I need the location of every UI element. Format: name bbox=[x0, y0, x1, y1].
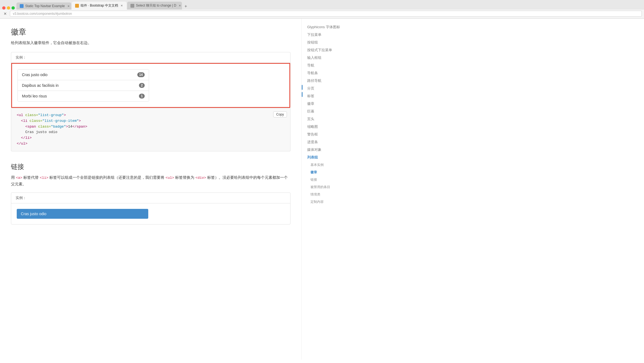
sidebar-link-navbar[interactable]: 导航条 bbox=[307, 70, 359, 76]
link-list-item[interactable]: Cras justo odio bbox=[17, 209, 148, 219]
code-a-tag: <a> bbox=[16, 176, 22, 180]
sidebar-sub-custom[interactable]: 定制内容 bbox=[307, 199, 359, 205]
tab-2[interactable]: 组件 · Bootstrap 中文文档 ✕ bbox=[72, 2, 127, 10]
sidebar-link-sub-context[interactable]: 情境类 bbox=[307, 192, 359, 197]
tab-favicon-1 bbox=[20, 4, 24, 8]
sidebar-link-label[interactable]: 标签 bbox=[307, 93, 359, 99]
sidebar-link-media[interactable]: 媒体对象 bbox=[307, 147, 359, 153]
list-item-text-2: Dapibus ac facilisis in bbox=[22, 83, 59, 88]
sidebar-item-navbar[interactable]: 导航条 bbox=[307, 70, 359, 76]
sidebar-item-nav[interactable]: 导航 bbox=[307, 62, 359, 68]
sidebar-item-listgroup[interactable]: 列表组 bbox=[307, 154, 359, 160]
example-preview: Cras justo odio 14 Dapibus ac facilisis … bbox=[11, 63, 290, 108]
sidebar-item-btngroup[interactable]: 按钮组 bbox=[307, 39, 359, 45]
tab-favicon-3 bbox=[130, 4, 134, 8]
tab-3[interactable]: Select 聊天组 to change | D ✕ bbox=[127, 2, 182, 10]
list-item-text-3: Morbi leo risus bbox=[22, 94, 47, 98]
sidebar-link-sub-badges[interactable]: 徽章 bbox=[307, 169, 359, 175]
example-box-links: 实例： Cras justo odio bbox=[11, 192, 290, 224]
example-label: 实例： bbox=[11, 52, 290, 63]
sidebar-link-thumbnail[interactable]: 缩略图 bbox=[307, 124, 359, 130]
sidebar-link-sub-custom[interactable]: 定制内容 bbox=[307, 199, 359, 205]
tab-close-3[interactable]: ✕ bbox=[178, 4, 182, 8]
close-button[interactable]: ✕ bbox=[2, 11, 8, 17]
main-content: 徽章 给列表组加入徽章组件，它会自动被放在右边。 实例： Cras justo … bbox=[0, 19, 301, 360]
traffic-light-close[interactable] bbox=[2, 6, 5, 10]
page-layout: 徽章 给列表组加入徽章组件，它会自动被放在右边。 实例： Cras justo … bbox=[0, 19, 644, 360]
sidebar-item-glyphicons[interactable]: Glyphicons 字体图标 bbox=[307, 24, 359, 30]
sidebar-link-pagination[interactable]: 分页 bbox=[307, 85, 359, 91]
code-li-tag: <li> bbox=[40, 176, 48, 180]
section-title-links: 链接 bbox=[11, 162, 290, 171]
sidebar-sub-links[interactable]: 链接 bbox=[307, 177, 359, 183]
sidebar-link-btndropdown[interactable]: 按钮式下拉菜单 bbox=[307, 47, 359, 53]
url-bar[interactable]: v3.bootcss.com/components/#jumbotron bbox=[10, 11, 642, 17]
sidebar-link-breadcrumb[interactable]: 路径导航 bbox=[307, 78, 359, 84]
sidebar-link-badge[interactable]: 徽章 bbox=[307, 101, 359, 107]
sidebar-link-basic[interactable]: 基本实例 bbox=[307, 162, 359, 168]
sidebar-link-sub-disabled[interactable]: 被禁用的条目 bbox=[307, 184, 359, 190]
sidebar-item-pagehead[interactable]: 页头 bbox=[307, 116, 359, 122]
tab-label-2: 组件 · Bootstrap 中文文档 bbox=[81, 3, 118, 8]
code-content: <ul class="list-group"> <li class="list-… bbox=[17, 113, 285, 147]
sidebar-link-sub-links[interactable]: 链接 bbox=[307, 177, 359, 183]
sidebar-item-dropdown[interactable]: 下拉菜单 bbox=[307, 32, 359, 38]
sidebar-item-thumbnail[interactable]: 缩略图 bbox=[307, 124, 359, 130]
sidebar-link-alert[interactable]: 警告框 bbox=[307, 131, 359, 137]
sidebar-item-jumbotron[interactable]: 巨幕 bbox=[307, 108, 359, 114]
sidebar-item-progress[interactable]: 进度条 bbox=[307, 139, 359, 145]
traffic-light-maximize[interactable] bbox=[12, 6, 15, 10]
sidebar-item-breadcrumb[interactable]: 路径导航 bbox=[307, 78, 359, 84]
address-bar: ✕ v3.bootcss.com/components/#jumbotron bbox=[0, 10, 644, 18]
sidebar-link-btngroup[interactable]: 按钮组 bbox=[307, 39, 359, 45]
sidebar-item-label[interactable]: 标签 bbox=[307, 93, 359, 99]
code-ul-tag: <ul> bbox=[166, 176, 174, 180]
section-links: 链接 用 <a> 标签代替 <li> 标签可以组成一个全部是链接的列表组（还要注… bbox=[11, 162, 290, 224]
sidebar-item-btndropdown[interactable]: 按钮式下拉菜单 bbox=[307, 47, 359, 53]
example-preview-2: Cras justo odio bbox=[11, 203, 290, 224]
code-div-tag: <div> bbox=[195, 176, 206, 180]
sidebar-sub-disabled[interactable]: 被禁用的条目 bbox=[307, 184, 359, 190]
badge-list-group: Cras justo odio 14 Dapibus ac facilisis … bbox=[18, 69, 149, 102]
list-item-text-1: Cras justo odio bbox=[22, 73, 47, 77]
tab-label-1: Static Top Navbar Example bbox=[25, 4, 65, 8]
copy-button[interactable]: Copy bbox=[273, 111, 287, 117]
sidebar-link-listgroup[interactable]: 列表组 bbox=[307, 154, 359, 160]
sidebar-item-inputgroup[interactable]: 输入框组 bbox=[307, 55, 359, 61]
example-label-2: 实例： bbox=[11, 193, 290, 203]
list-item-3: Morbi leo risus 1 bbox=[18, 91, 149, 101]
sidebar-item-badge[interactable]: 徽章 bbox=[307, 101, 359, 107]
sidebar-active-bar-listgroup bbox=[302, 85, 303, 90]
sidebar-link-dropdown[interactable]: 下拉菜单 bbox=[307, 32, 359, 38]
tab-bar: Static Top Navbar Example ✕ 组件 · Bootstr… bbox=[0, 0, 644, 10]
sidebar-sub-badges[interactable]: 徽章 bbox=[307, 169, 359, 175]
example-box-badges: 实例： Cras justo odio 14 Dapibus ac facili… bbox=[11, 52, 290, 108]
sidebar-nav: Glyphicons 字体图标 下拉菜单 按钮组 按钮式下拉菜单 输入框组 导航… bbox=[307, 24, 359, 205]
page-description: 给列表组加入徽章组件，它会自动被放在右边。 bbox=[11, 41, 290, 45]
badge-2: 2 bbox=[139, 83, 145, 88]
badge-3: 1 bbox=[139, 94, 145, 99]
badge-1: 14 bbox=[137, 72, 145, 77]
sidebar-link-nav[interactable]: 导航 bbox=[307, 62, 359, 68]
code-block-badges: Copy <ul class="list-group"> <li class="… bbox=[11, 108, 290, 151]
sidebar-item-pagination[interactable]: 分页 bbox=[307, 85, 359, 91]
tab-close-2[interactable]: ✕ bbox=[120, 4, 124, 8]
tab-close-1[interactable]: ✕ bbox=[67, 4, 70, 8]
url-text: v3.bootcss.com/components/#jumbotron bbox=[13, 12, 72, 16]
sidebar-link-pagehead[interactable]: 页头 bbox=[307, 116, 359, 122]
tab-1[interactable]: Static Top Navbar Example ✕ bbox=[16, 2, 71, 10]
sidebar-link-jumbotron[interactable]: 巨幕 bbox=[307, 108, 359, 114]
sidebar-link-inputgroup[interactable]: 输入框组 bbox=[307, 55, 359, 61]
sidebar-link-progress[interactable]: 进度条 bbox=[307, 139, 359, 145]
new-tab-button[interactable]: + bbox=[183, 3, 189, 10]
sidebar-sub-basic[interactable]: 基本实例 bbox=[307, 162, 359, 168]
sidebar-item-media[interactable]: 媒体对象 bbox=[307, 147, 359, 153]
sidebar-sub-context[interactable]: 情境类 bbox=[307, 192, 359, 197]
list-item-2: Dapibus ac facilisis in 2 bbox=[18, 80, 149, 91]
traffic-light-minimize[interactable] bbox=[7, 6, 10, 10]
sidebar-active-bar-badges bbox=[302, 92, 303, 97]
sidebar-item-alert[interactable]: 警告框 bbox=[307, 131, 359, 137]
tab-favicon-2 bbox=[75, 4, 79, 8]
sidebar-link-glyphicons[interactable]: Glyphicons 字体图标 bbox=[307, 24, 359, 30]
page-title: 徽章 bbox=[11, 27, 290, 37]
